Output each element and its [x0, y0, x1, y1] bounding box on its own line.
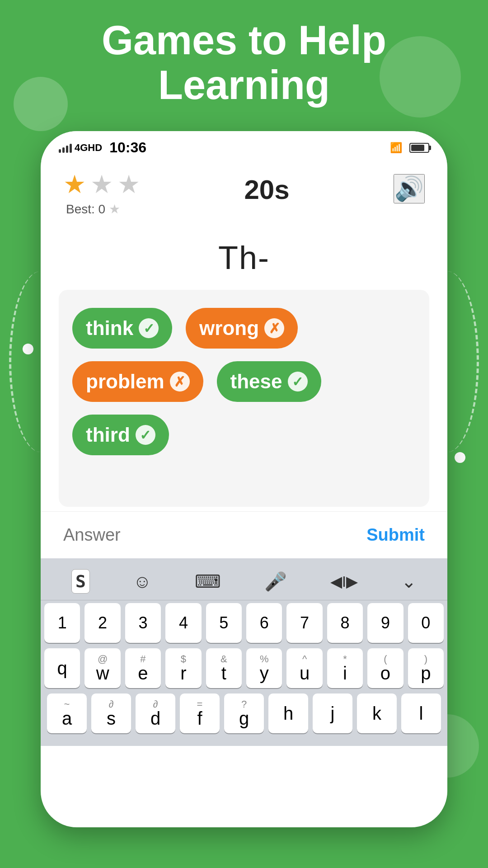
kb-key-y[interactable]: %y [246, 648, 282, 688]
status-right: 📶 [390, 142, 429, 154]
score-row: ★ ★ ★ Best: 0 ★ 20s 🔊 [41, 160, 447, 221]
kb-key-1[interactable]: 1 [44, 603, 80, 643]
word-row-1: think ✓ wrong ✗ [72, 308, 416, 349]
wifi-icon: 📶 [390, 142, 402, 154]
answer-row: Submit [41, 511, 447, 558]
kb-key-q[interactable]: q [44, 648, 80, 688]
kb-key-u[interactable]: ^u [286, 648, 322, 688]
check-icon-think: ✓ [139, 318, 159, 338]
signal-icon [59, 143, 72, 153]
kb-key-e[interactable]: #e [125, 648, 161, 688]
star-2: ★ [90, 170, 113, 199]
stars-row: ★ ★ ★ [63, 170, 140, 199]
keyboard-tool-swipe[interactable]: S [71, 569, 90, 594]
kb-key-4[interactable]: 4 [165, 603, 201, 643]
kb-key-7[interactable]: 7 [286, 603, 322, 643]
word-chip-these[interactable]: these ✓ [217, 361, 321, 402]
phone-frame: 4GHD 10:36 📶 ★ ★ ★ Best: 0 ★ 20s 🔊 Th- [41, 131, 447, 827]
keyboard: S ☺ ⌨ 🎤 ◀I▶ ⌄ 1 2 3 4 5 6 7 8 9 0 q [41, 558, 447, 746]
kb-key-i[interactable]: *i [327, 648, 363, 688]
kb-key-j[interactable]: j [313, 693, 352, 733]
kb-key-w[interactable]: @w [84, 648, 120, 688]
kb-key-8[interactable]: 8 [327, 603, 363, 643]
word-chip-problem-label: problem [86, 370, 164, 393]
kb-key-s[interactable]: ∂s [91, 693, 131, 733]
kb-key-k[interactable]: k [357, 693, 397, 733]
signal-label: 4GHD [75, 142, 102, 154]
word-chip-third[interactable]: third ✓ [72, 415, 169, 455]
kb-key-2[interactable]: 2 [84, 603, 120, 643]
kb-key-g[interactable]: ?g [224, 693, 264, 733]
keyboard-tool-mic[interactable]: 🎤 [264, 571, 287, 592]
kb-key-d[interactable]: ∂d [136, 693, 175, 733]
sound-button[interactable]: 🔊 [394, 174, 425, 203]
kb-key-l[interactable]: l [401, 693, 441, 733]
kb-key-a[interactable]: ~a [47, 693, 87, 733]
kb-number-row: 1 2 3 4 5 6 7 8 9 0 [44, 603, 444, 643]
kb-a-row: ~a ∂s ∂d =f ?g h j k l [44, 693, 444, 733]
submit-button[interactable]: Submit [366, 525, 425, 545]
kb-key-6[interactable]: 6 [246, 603, 282, 643]
dot-right [455, 452, 465, 463]
word-grid-area: think ✓ wrong ✗ problem ✗ these [59, 290, 429, 507]
keyboard-rows: 1 2 3 4 5 6 7 8 9 0 q @w #e $r &t %y ^u … [41, 600, 447, 741]
word-row-3: third ✓ [72, 415, 416, 455]
kb-key-9[interactable]: 9 [367, 603, 403, 643]
star-3: ★ [117, 170, 140, 199]
kb-key-r[interactable]: $r [165, 648, 201, 688]
keyboard-tool-cursor[interactable]: ◀I▶ [330, 572, 358, 590]
kb-key-h[interactable]: h [268, 693, 308, 733]
word-chip-these-label: these [230, 370, 282, 393]
star-1: ★ [63, 170, 86, 199]
word-chip-wrong-label: wrong [199, 317, 259, 340]
battery-icon [409, 143, 429, 153]
check-icon-these: ✓ [288, 372, 308, 392]
kb-key-o[interactable]: (o [367, 648, 403, 688]
timer-label: 20s [244, 174, 289, 205]
answer-input[interactable] [63, 525, 366, 545]
best-label: Best: 0 [66, 202, 105, 217]
best-star-icon: ★ [109, 202, 120, 217]
word-chip-think-label: think [86, 317, 133, 340]
word-chip-think[interactable]: think ✓ [72, 308, 172, 349]
kb-key-t[interactable]: &t [206, 648, 242, 688]
kb-key-f[interactable]: =f [180, 693, 220, 733]
keyboard-tool-collapse[interactable]: ⌄ [401, 571, 417, 592]
word-prompt: Th- [41, 239, 447, 276]
keyboard-toolbar: S ☺ ⌨ 🎤 ◀I▶ ⌄ [41, 563, 447, 600]
word-chip-problem[interactable]: problem ✗ [72, 361, 203, 402]
check-icon-third: ✓ [136, 425, 155, 445]
stars-section: ★ ★ ★ Best: 0 ★ [63, 170, 140, 217]
word-row-2: problem ✗ these ✓ [72, 361, 416, 402]
best-row: Best: 0 ★ [63, 202, 120, 217]
word-chip-third-label: third [86, 424, 130, 446]
status-bar: 4GHD 10:36 📶 [41, 131, 447, 160]
kb-q-row: q @w #e $r &t %y ^u *i (o )p [44, 648, 444, 688]
word-chip-wrong[interactable]: wrong ✗ [186, 308, 298, 349]
keyboard-tool-layout[interactable]: ⌨ [195, 571, 221, 592]
x-icon-wrong: ✗ [264, 318, 284, 338]
time-label: 10:36 [109, 139, 146, 156]
kb-key-3[interactable]: 3 [125, 603, 161, 643]
x-icon-problem: ✗ [170, 372, 190, 392]
header-title: Games to Help Learning [0, 18, 488, 108]
keyboard-tool-emoji[interactable]: ☺ [133, 571, 152, 592]
kb-key-5[interactable]: 5 [206, 603, 242, 643]
dot-left [23, 344, 33, 354]
kb-key-p[interactable]: )p [408, 648, 444, 688]
kb-key-0[interactable]: 0 [408, 603, 444, 643]
